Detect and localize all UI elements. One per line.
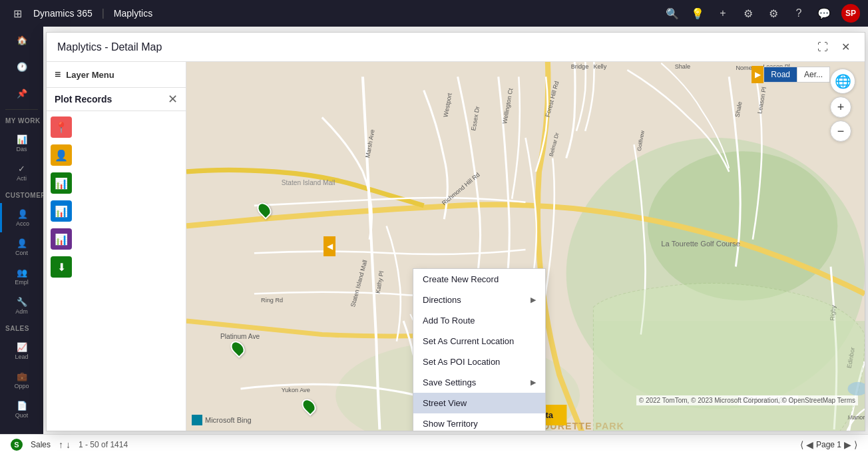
- pin-icon: 📌: [17, 89, 27, 99]
- map-area[interactable]: Marsh Ave Westport Essex Dr Wellington C…: [186, 62, 865, 431]
- nav-up-button[interactable]: ↑: [59, 439, 63, 450]
- zoom-in-button[interactable]: +: [830, 97, 851, 118]
- layer-item-5[interactable]: ⬇: [47, 254, 186, 280]
- layer-item-4[interactable]: 📊: [47, 226, 186, 252]
- layer-icon-5: ⬇: [51, 256, 72, 278]
- plot-records-close-button[interactable]: ✕: [168, 93, 178, 105]
- modal-close-button[interactable]: ✕: [837, 39, 854, 55]
- page-first-button[interactable]: ⟨: [800, 439, 803, 450]
- context-directions[interactable]: Directions ▶: [413, 290, 545, 310]
- sidebar-item-employees[interactable]: 👥 Empl: [0, 262, 43, 291]
- sidebar-item-quotes[interactable]: 📄 Quot: [0, 395, 43, 424]
- module-name: Maplytics: [114, 8, 152, 19]
- layer-icon-0: 📍: [51, 116, 72, 138]
- bing-logo: Microsoft Bing: [192, 415, 252, 425]
- grid-icon: ⊞: [13, 7, 22, 20]
- page-last-button[interactable]: ⟩: [854, 439, 857, 450]
- sidebar-item-leads[interactable]: 📈 Lead: [0, 336, 43, 365]
- context-menu: Create New Record Directions ▶ Add To Ro…: [413, 268, 546, 431]
- layer-menu-icon: ≡: [55, 69, 61, 81]
- layer-item-0[interactable]: 📍: [47, 114, 186, 140]
- sales-indicator-badge: S: [11, 439, 23, 451]
- employees-icon: 👥: [17, 268, 27, 278]
- page-next-button[interactable]: ▶: [844, 439, 851, 450]
- layer-item-1[interactable]: 👤: [47, 142, 186, 168]
- sidebar-item-contacts[interactable]: 👤 Cont: [0, 232, 43, 262]
- sidebar-item-home[interactable]: 🏠: [0, 27, 43, 53]
- directions-arrow-icon: ▶: [531, 296, 536, 304]
- app-grid-button[interactable]: ⊞: [8, 4, 27, 23]
- user-avatar[interactable]: SP: [841, 4, 860, 23]
- recent-icon: 🕐: [17, 62, 27, 72]
- page-prev-button[interactable]: ◀: [806, 439, 813, 450]
- nav-down-button[interactable]: ↓: [66, 439, 71, 450]
- map-view-controls: ▶ Road Aer...: [752, 66, 830, 83]
- globe-button[interactable]: 🌐: [830, 69, 855, 94]
- context-add-route[interactable]: Add To Route: [413, 310, 545, 331]
- modal-title: Maplytics - Detail Map: [57, 41, 162, 53]
- layer-icon-list: 📍 👤 📊 📊 📊 ⬇: [47, 111, 186, 283]
- right-toggle[interactable]: ▶: [752, 66, 763, 83]
- layer-item-2[interactable]: 📊: [47, 170, 186, 196]
- sidebar-item-dashboard[interactable]: 📊 Das: [0, 128, 43, 158]
- filter-icon[interactable]: ⚙: [740, 5, 756, 21]
- layer-menu-header: ≡ Layer Menu: [47, 62, 186, 88]
- svg-text:Bridge: Bridge: [571, 63, 588, 70]
- layer-menu-label: Layer Menu: [66, 70, 114, 80]
- quotes-icon: 📄: [17, 401, 27, 411]
- opportunities-label: Oppo: [14, 383, 29, 389]
- context-create-record[interactable]: Create New Record: [413, 269, 545, 290]
- help-icon[interactable]: ?: [791, 5, 807, 21]
- modal-expand-button[interactable]: ⛶: [813, 40, 832, 55]
- record-count: 1 - 50 of 1414: [79, 440, 128, 449]
- settings-icon[interactable]: ⚙: [765, 5, 781, 21]
- left-sidebar: 🏠 🕐 📌 My Work 📊 Das ✓ Acti Customers 👤 A…: [0, 27, 43, 434]
- context-set-poi-location[interactable]: Set As POI Location: [413, 351, 545, 372]
- add-icon[interactable]: +: [715, 5, 731, 21]
- map-pin-2[interactable]: [232, 340, 244, 356]
- sidebar-item-pinned[interactable]: 📌: [0, 80, 43, 107]
- svg-text:Staten Island Mall: Staten Island Mall: [282, 179, 335, 186]
- map-pin-3[interactable]: [303, 398, 315, 414]
- globe-icon: 🌐: [835, 73, 851, 89]
- map-pin-1[interactable]: [258, 202, 270, 218]
- sidebar-item-accounts[interactable]: 👤 Acco: [0, 203, 43, 232]
- customers-section: Customers: [0, 187, 43, 203]
- contacts-icon: 👤: [17, 238, 27, 248]
- bing-label: Microsoft Bing: [205, 416, 252, 424]
- top-nav-icon-group: 🔍 💡 + ⚙ ⚙ ? 💬 SP: [664, 4, 860, 23]
- context-street-view[interactable]: Street View: [413, 393, 545, 413]
- sidebar-item-admin[interactable]: 🔧 Adm: [0, 291, 43, 320]
- admin-label: Adm: [15, 308, 28, 315]
- activities-label: Acti: [17, 175, 27, 182]
- context-save-settings[interactable]: Save Settings ▶: [413, 372, 545, 393]
- layer-icon-1: 👤: [51, 144, 72, 166]
- zoom-out-button[interactable]: −: [830, 120, 851, 142]
- map-type-road-button[interactable]: Road: [764, 67, 797, 82]
- context-set-current-location[interactable]: Set As Current Location: [413, 331, 545, 351]
- svg-text:Kelly: Kelly: [593, 63, 606, 70]
- employees-label: Empl: [15, 279, 29, 286]
- opportunities-icon: 💼: [17, 371, 27, 381]
- dashboard-icon: 📊: [17, 134, 27, 144]
- modal-header: Maplytics - Detail Map ⛶ ✕: [47, 33, 865, 62]
- search-icon[interactable]: 🔍: [664, 5, 680, 21]
- sidebar-item-activities[interactable]: ✓ Acti: [0, 158, 43, 187]
- admin-icon: 🔧: [17, 297, 27, 307]
- top-navigation-bar: ⊞ Dynamics 365 | Maplytics 🔍 💡 + ⚙ ⚙ ? 💬…: [0, 0, 868, 27]
- map-attribution: © 2022 TomTom, © 2023 Microsoft Corporat…: [636, 395, 858, 405]
- svg-text:Yukon Ave: Yukon Ave: [282, 387, 310, 393]
- sidebar-item-recent[interactable]: 🕐: [0, 53, 43, 80]
- contacts-label: Cont: [15, 250, 28, 256]
- layer-item-3[interactable]: 📊: [47, 198, 186, 224]
- activities-icon: ✓: [18, 164, 25, 174]
- layer-panel: ≡ Layer Menu Plot Records ✕ 📍 👤: [47, 62, 186, 431]
- chat-icon[interactable]: 💬: [816, 5, 832, 21]
- layer-icon-2: 📊: [51, 172, 72, 194]
- map-zoom-controls: 🌐 + −: [830, 69, 855, 142]
- context-show-territory[interactable]: Show Territory: [413, 413, 545, 431]
- sidebar-item-opportunities[interactable]: 💼 Oppo: [0, 365, 43, 395]
- layer-panel-toggle[interactable]: ◀: [324, 236, 335, 256]
- map-type-aerial-button[interactable]: Aer...: [797, 67, 829, 82]
- lightbulb-icon[interactable]: 💡: [690, 5, 706, 21]
